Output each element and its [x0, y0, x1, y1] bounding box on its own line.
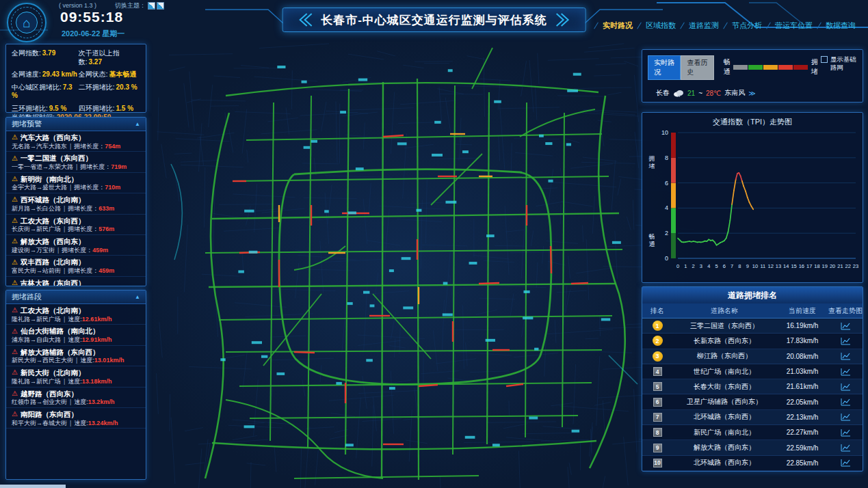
wind-label: 东南风	[724, 88, 745, 98]
list-item[interactable]: ⚠一零二国道（东向西）一零一省道→东荣大路|拥堵长度：719m	[6, 152, 146, 172]
collapse-icon[interactable]: ▲	[135, 121, 140, 127]
list-item[interactable]: ⚠吉林大路（东向西）临河街→亚泰大街|拥堵长度：455m	[6, 277, 146, 286]
current-speed: 22.85km/h	[776, 459, 828, 467]
temp-range-sep: ~	[698, 90, 702, 97]
list-item[interactable]: ⚠西环城路（北向南）新月路→长白公路|拥堵长度：633m	[6, 193, 146, 214]
road-name: 新民广场（南向北）	[672, 428, 776, 437]
rank-badge: 10	[653, 459, 662, 467]
weather-more-icon[interactable]: ≫	[748, 90, 755, 97]
list-item[interactable]: ⚠工农大路（东向西）长庆街→新民广场|拥堵长度：576m	[6, 215, 146, 235]
nav-tab-4[interactable]: 节点分析	[732, 21, 762, 31]
trend-chart-icon[interactable]	[841, 459, 851, 467]
svg-text:21: 21	[837, 263, 843, 269]
svg-text:0: 0	[665, 255, 668, 262]
rank-badge: 5	[653, 382, 662, 391]
list-item[interactable]: ⚠仙台大街辅路（南向北）浦东路→自由大路|速度:12.91km/h	[6, 325, 146, 345]
stat-item: 全网状态:基本畅通	[79, 70, 140, 79]
svg-text:2: 2	[692, 263, 695, 269]
trend-chart-icon[interactable]	[841, 429, 851, 437]
svg-text:5: 5	[715, 263, 718, 269]
svg-text:畅: 畅	[649, 233, 655, 240]
svg-text:19: 19	[822, 263, 828, 269]
rank-badge: 4	[653, 367, 662, 376]
horizontal-scrollbar[interactable]	[0, 485, 66, 488]
table-row: 10北环城路（西向东）22.85km/h	[642, 456, 863, 471]
rank-badge: 9	[653, 444, 662, 452]
trend-chart-icon[interactable]	[841, 322, 851, 330]
trend-chart-icon[interactable]	[841, 352, 851, 360]
list-item[interactable]: ⚠越野路（西向东）红领巾路→创业大街|速度:13.2km/h	[6, 388, 146, 408]
current-speed: 22.59km/h	[776, 444, 828, 452]
roadview-control-panel: 实时路况 查看历史 畅通 拥堵 显示基础路网 长春 21 ~ 28℃ 东南风 ≫	[642, 49, 863, 103]
nav-separator	[637, 23, 642, 29]
list-item[interactable]: ⚠工农大路（北向南）隆礼路→新民广场|速度:12.61km/h	[6, 304, 146, 325]
stat-item: 二环拥堵比:20.3 %	[79, 83, 140, 100]
base-network-checkbox[interactable]	[821, 56, 828, 63]
table-header: 查看走势图	[828, 306, 863, 316]
list-item[interactable]: ⚠解放大路辅路（东向西）新民大街→西民主大街|速度:13.01km/h	[6, 346, 146, 366]
list-item[interactable]: ⚠新明街（南向北）金宇大路→盛世大路|拥堵长度：710m	[6, 173, 146, 193]
separator: |	[64, 226, 65, 232]
road-name: 柳江路（东向西）	[672, 351, 776, 361]
tpi-chart-title: 交通指数（TPI）走势图	[642, 113, 863, 127]
theme-swatch-icon[interactable]	[148, 3, 155, 9]
rank-badge: 2	[653, 336, 663, 346]
table-row: 3柳江路（东向西）20.08km/h	[642, 349, 863, 364]
theme-swatch-icon[interactable]	[157, 3, 163, 9]
trend-chart-icon[interactable]	[841, 368, 851, 376]
nav-tab-5[interactable]: 营运车位置	[775, 21, 813, 31]
svg-text:拥: 拥	[648, 155, 655, 162]
tpi-trend-panel: 交通指数（TPI）走势图 024681001234567891011121314…	[642, 112, 863, 283]
stat-item: 四环拥堵比:1.5 %	[79, 105, 140, 113]
nav-separator	[594, 23, 599, 29]
list-item[interactable]: ⚠新民大街（北向南）隆礼路→新民广场|速度:13.18km/h	[6, 366, 146, 387]
weather-city: 长春	[656, 88, 670, 98]
realtime-traffic-button[interactable]: 实时路况	[648, 55, 681, 80]
home-logo[interactable]: ⌂	[7, 3, 47, 42]
svg-text:16: 16	[799, 263, 804, 269]
svg-text:6: 6	[665, 180, 668, 187]
nav-tab-3[interactable]: 道路监测	[689, 21, 719, 31]
list-item[interactable]: ⚠汽车大路（西向东）无名路→汽车大路东|拥堵长度：754m	[6, 131, 146, 152]
trend-chart-icon[interactable]	[841, 413, 851, 421]
current-speed: 22.27km/h	[776, 429, 828, 436]
warning-icon: ⚠	[12, 349, 18, 355]
legend-swatch	[748, 65, 763, 70]
stat-item: 次干道以上指数:3.27	[79, 49, 140, 66]
temp-high: 28℃	[706, 90, 721, 97]
list-item[interactable]: ⚠南阳路（东向西）和平大街→春城大街|速度:13.24km/h	[6, 408, 146, 429]
stat-item: 全网速度:29.43 km/h	[12, 70, 79, 79]
trend-chart-icon[interactable]	[841, 444, 851, 452]
nav-separator	[766, 23, 771, 29]
legend-swatch	[793, 65, 808, 70]
nav-tab-2[interactable]: 区域指数	[646, 21, 676, 31]
view-history-button[interactable]: 查看历史	[681, 55, 713, 80]
legend-smooth-label: 畅通	[724, 57, 731, 77]
top-header: ⌂ ( version 1.3 ) 切换主题： 09:55:18 2020-06…	[0, 0, 868, 42]
road-name: 北环城路（西向东）	[672, 458, 776, 467]
separator: |	[70, 398, 71, 405]
trend-chart-icon[interactable]	[841, 337, 851, 345]
tpi-trend-chart: 0246810012345678910111213141516171819202…	[642, 127, 863, 279]
warning-icon: ⚠	[12, 155, 18, 162]
road-name: 世纪广场（南向北）	[672, 367, 776, 377]
warning-panel-title: 拥堵预警	[12, 119, 42, 129]
svg-text:4: 4	[707, 263, 710, 269]
svg-text:7: 7	[731, 263, 733, 269]
stat-item: 中心城区拥堵比:7.3 %	[12, 83, 79, 100]
svg-text:22: 22	[845, 263, 851, 269]
rank-badge: 3	[653, 351, 663, 362]
trend-chart-icon[interactable]	[841, 383, 851, 391]
list-item[interactable]: ⚠双丰西路（北向南）富民大街→站前街|拥堵长度：459m	[6, 256, 146, 276]
page-title: 长春市-中心城区交通运行监测与评估系统	[321, 12, 547, 28]
road-name: 长新东路（西向东）	[672, 336, 776, 346]
warning-icon: ⚠	[12, 259, 18, 266]
list-item[interactable]: ⚠解放大路（西向东）建设街→万宝街|拥堵长度：459m	[6, 235, 146, 256]
trend-chart-icon[interactable]	[841, 398, 851, 406]
nav-tab-6[interactable]: 数据查询	[826, 21, 856, 31]
nav-tab-1[interactable]: 实时路况	[603, 21, 633, 31]
svg-text:6: 6	[723, 263, 726, 269]
svg-text:8: 8	[738, 263, 741, 269]
separator: |	[64, 336, 65, 343]
collapse-icon[interactable]: ▲	[135, 294, 140, 300]
